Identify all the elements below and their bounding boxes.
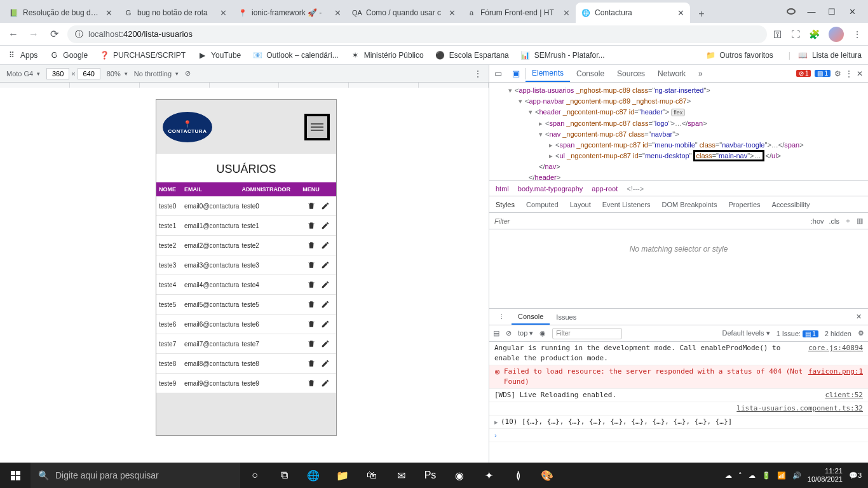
browser-tab[interactable]: 🌐Contactura✕: [576, 3, 690, 23]
app-icon[interactable]: ✦: [474, 463, 503, 488]
browser-tab[interactable]: 📗Resolução de bug de n✕: [4, 3, 118, 23]
chrome-icon[interactable]: ◉: [445, 463, 474, 488]
vscode-icon[interactable]: ≬: [503, 463, 532, 488]
bookmark-item[interactable]: ✶Ministério Público: [350, 50, 424, 60]
store-icon[interactable]: 🛍: [357, 463, 386, 488]
edit-icon[interactable]: [321, 261, 330, 269]
maximize-icon[interactable]: ☐: [827, 7, 836, 17]
console-source-link[interactable]: client:52: [825, 390, 863, 400]
taskbar-search[interactable]: 🔍 Digite aqui para pesquisar: [31, 463, 240, 488]
devtools-more-icon[interactable]: ⋮: [845, 69, 853, 78]
photoshop-icon[interactable]: Ps: [416, 463, 445, 488]
more-tabs-icon[interactable]: »: [692, 65, 709, 82]
start-button[interactable]: [0, 463, 31, 488]
breadcrumb-item[interactable]: html: [496, 185, 509, 193]
delete-icon[interactable]: [307, 379, 316, 388]
devtools-tab[interactable]: Network: [651, 65, 692, 82]
device-height-input[interactable]: [78, 68, 100, 79]
devtools-tab[interactable]: Console: [570, 65, 611, 82]
console-body[interactable]: Angular is running in the development mo…: [489, 342, 868, 463]
styles-filter-input[interactable]: [494, 217, 806, 225]
edit-icon[interactable]: [321, 320, 330, 329]
no-signal-icon[interactable]: ⊘: [185, 69, 191, 78]
delete-icon[interactable]: [307, 261, 316, 269]
bookmark-item[interactable]: ⚫Escola Espartana: [435, 50, 509, 60]
delete-icon[interactable]: [307, 280, 316, 289]
edit-icon[interactable]: [321, 300, 330, 309]
cls-toggle[interactable]: .cls: [829, 217, 840, 225]
reading-list[interactable]: |📖Lista de leitura: [785, 50, 862, 60]
minimize-icon[interactable]: —: [807, 7, 816, 17]
device-width-input[interactable]: [46, 68, 69, 79]
console-settings-icon[interactable]: ⚙: [858, 329, 864, 337]
tab-close-icon[interactable]: ✕: [562, 8, 571, 17]
translate-icon[interactable]: ⛶: [791, 29, 800, 39]
close-window-icon[interactable]: ✕: [848, 7, 857, 17]
mail-icon[interactable]: ✉: [386, 463, 416, 488]
panel-tab[interactable]: DOM Breakpoints: [662, 201, 717, 208]
issues-tab[interactable]: Issues: [550, 309, 583, 325]
back-button[interactable]: ←: [6, 27, 20, 41]
edge-icon[interactable]: 🌐: [299, 463, 328, 488]
delete-icon[interactable]: [307, 201, 316, 210]
delete-icon[interactable]: [307, 339, 316, 348]
tab-close-icon[interactable]: ✕: [333, 8, 342, 17]
computed-box-icon[interactable]: ▥: [857, 217, 863, 225]
new-tab-button[interactable]: +: [693, 5, 710, 23]
delete-icon[interactable]: [307, 300, 316, 309]
bookmark-item[interactable]: 📧Outlook – calendári...: [252, 50, 338, 60]
zoom-select[interactable]: 80%: [107, 70, 128, 78]
console-tab[interactable]: Console: [512, 309, 550, 325]
apps-button[interactable]: ⠿Apps: [6, 50, 37, 60]
other-bookmarks[interactable]: 📁Outros favoritos: [705, 50, 773, 60]
onedrive-icon[interactable]: ☁: [749, 471, 756, 480]
browser-tab[interactable]: QAComo / quando usar c✕: [347, 3, 461, 23]
tab-close-icon[interactable]: ✕: [447, 8, 456, 17]
panel-tab[interactable]: Styles: [496, 201, 515, 208]
panel-tab[interactable]: Computed: [526, 201, 559, 208]
battery-icon[interactable]: 🔋: [762, 471, 771, 480]
message-badge[interactable]: ▤ 1: [815, 70, 831, 77]
edit-icon[interactable]: [321, 221, 330, 230]
context-select[interactable]: top ▾: [518, 329, 533, 337]
panel-tab[interactable]: Layout: [570, 201, 591, 208]
edit-icon[interactable]: [321, 359, 330, 368]
task-view-icon[interactable]: ⧉: [269, 463, 299, 488]
error-badge[interactable]: ⊘ 1: [796, 70, 811, 77]
console-source-link[interactable]: favicon.png:1: [808, 367, 863, 387]
cortana-icon[interactable]: ○: [240, 463, 269, 488]
hamburger-menu[interactable]: [304, 114, 330, 140]
account-icon[interactable]: [787, 8, 796, 15]
sidebar-toggle-icon[interactable]: ▤: [493, 329, 499, 337]
log-levels-select[interactable]: Default levels ▾: [722, 329, 770, 337]
delete-icon[interactable]: [307, 320, 316, 329]
hov-toggle[interactable]: :hov: [811, 217, 824, 225]
edit-icon[interactable]: [321, 201, 330, 210]
delete-icon[interactable]: [307, 241, 316, 250]
reload-button[interactable]: ⟳: [47, 27, 61, 41]
tab-close-icon[interactable]: ✕: [676, 8, 685, 17]
clear-console-icon[interactable]: ⊘: [506, 329, 512, 337]
dom-breadcrumbs[interactable]: htmlbody.mat-typographyapp-root<!--->: [489, 181, 868, 196]
device-more-icon[interactable]: ⋮: [473, 69, 482, 79]
drawer-close-icon[interactable]: ✕: [856, 313, 865, 321]
inspect-icon[interactable]: ▭: [489, 65, 507, 82]
console-source-link[interactable]: lista-usuarios.component.ts:32: [736, 403, 863, 414]
browser-tab[interactable]: Gbug no botão de rota✕: [118, 3, 233, 23]
device-mode-icon[interactable]: ▣: [507, 65, 525, 82]
forward-button[interactable]: →: [27, 27, 41, 41]
edit-icon[interactable]: [321, 241, 330, 250]
extensions-icon[interactable]: 🧩: [809, 29, 820, 39]
edit-icon[interactable]: [321, 339, 330, 348]
paint-icon[interactable]: 🎨: [532, 463, 562, 488]
notification-icon[interactable]: 💬3: [849, 471, 862, 480]
profile-avatar[interactable]: [829, 27, 844, 42]
panel-tab[interactable]: Event Listeners: [602, 201, 651, 208]
breadcrumb-item[interactable]: <!--->: [627, 185, 644, 193]
volume-icon[interactable]: 🔊: [792, 471, 801, 480]
add-rule-icon[interactable]: ＋: [844, 216, 851, 226]
edit-icon[interactable]: [321, 280, 330, 289]
bookmark-item[interactable]: 📊SEMrush - Platafor...: [520, 50, 605, 60]
browser-tab[interactable]: 📍ionic-framework 🚀 - ✕: [233, 3, 347, 23]
panel-tab[interactable]: Properties: [728, 201, 760, 208]
